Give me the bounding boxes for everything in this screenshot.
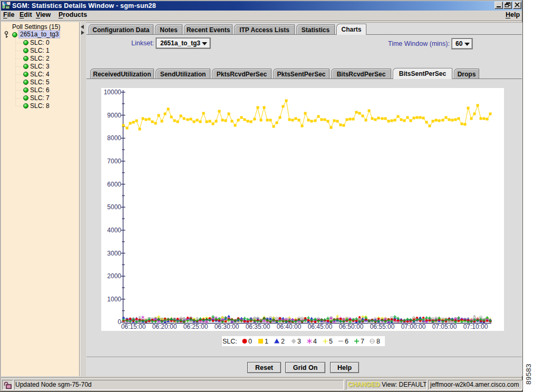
svg-text:07:05:00: 07:05:00 — [432, 323, 457, 330]
svg-text:06:50:00: 06:50:00 — [339, 323, 364, 330]
svg-text:06:25:00: 06:25:00 — [183, 323, 208, 330]
svg-text:07:00:00: 07:00:00 — [401, 323, 426, 330]
svg-text:06:55:00: 06:55:00 — [370, 323, 395, 330]
svg-text:4: 4 — [313, 338, 317, 345]
svg-text:06:20:00: 06:20:00 — [152, 323, 177, 330]
svg-text:10000: 10000 — [104, 89, 122, 96]
svg-text:SLC:: SLC: — [222, 338, 237, 345]
svg-text:1000: 1000 — [107, 296, 121, 303]
svg-text:6: 6 — [345, 338, 348, 345]
svg-text:3: 3 — [297, 338, 301, 345]
svg-text:8000: 8000 — [107, 134, 121, 142]
svg-text:5: 5 — [329, 338, 333, 345]
svg-text:4000: 4000 — [107, 227, 121, 234]
svg-text:3000: 3000 — [107, 250, 121, 257]
svg-text:2: 2 — [281, 338, 285, 345]
svg-text:7000: 7000 — [107, 158, 121, 165]
svg-text:07:10:00: 07:10:00 — [463, 323, 488, 330]
svg-text:0: 0 — [248, 338, 252, 345]
svg-text:1: 1 — [265, 338, 268, 345]
svg-text:2000: 2000 — [107, 272, 121, 280]
svg-text:06:35:00: 06:35:00 — [246, 323, 270, 330]
svg-text:9000: 9000 — [107, 112, 121, 119]
svg-text:6000: 6000 — [107, 181, 121, 188]
svg-text:06:15:00: 06:15:00 — [121, 323, 146, 330]
svg-text:7: 7 — [361, 338, 364, 345]
svg-text:06:30:00: 06:30:00 — [215, 323, 239, 330]
svg-text:06:45:00: 06:45:00 — [308, 323, 333, 330]
svg-text:06:40:00: 06:40:00 — [277, 323, 302, 330]
svg-text:8: 8 — [376, 338, 380, 345]
svg-text:5000: 5000 — [107, 203, 121, 211]
